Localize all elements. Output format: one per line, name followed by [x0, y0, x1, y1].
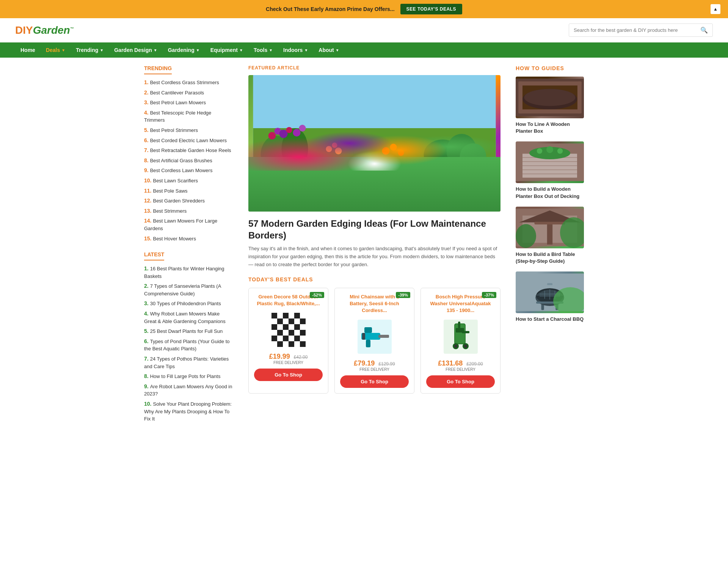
- svg-point-30: [414, 166, 419, 171]
- banner-cta-button[interactable]: SEE TODAY'S DEALS: [400, 4, 462, 14]
- shop-button[interactable]: Go To Shop: [340, 375, 409, 388]
- list-item[interactable]: 5.Best Petrol Strimmers: [144, 127, 233, 134]
- list-item[interactable]: 8.Best Artificial Grass Brushes: [144, 157, 233, 165]
- trending-link[interactable]: Best Cantilever Parasols: [150, 90, 204, 96]
- trending-link[interactable]: Best Telescopic Pole Hedge Trimmers: [144, 110, 211, 123]
- how-to-item-text: How to Build a Bird Table (Step-by-Step …: [516, 251, 584, 265]
- latest-link[interactable]: Are Robot Lawn Mowers Any Good in 2023?: [144, 384, 232, 397]
- trending-link[interactable]: Best Corded Electric Lawn Mowers: [150, 138, 227, 143]
- trending-link[interactable]: Best Artificial Grass Brushes: [150, 158, 212, 163]
- how-to-item[interactable]: How to Build a Bird Table (Step-by-Step …: [516, 207, 584, 265]
- how-to-image: [516, 271, 584, 313]
- nav-item-equipment[interactable]: Equipment ▼: [205, 42, 248, 58]
- nav-item-about[interactable]: About ▼: [313, 42, 344, 58]
- list-item[interactable]: 3.Best Petrol Lawn Mowers: [144, 99, 233, 107]
- deal-price-row: £79.19 £129.99: [340, 359, 409, 367]
- nav-item-deals[interactable]: Deals ▼: [41, 42, 71, 58]
- list-item[interactable]: 1.16 Best Plants for Winter Hanging Bask…: [144, 265, 233, 280]
- list-item[interactable]: 6.Types of Pond Plants (Your Guide to th…: [144, 338, 233, 353]
- list-item[interactable]: 13.Best Strimmers: [144, 207, 233, 215]
- svg-rect-2: [253, 166, 496, 212]
- list-item[interactable]: 15.Best Hover Mowers: [144, 235, 233, 243]
- svg-point-17: [398, 150, 404, 156]
- svg-point-38: [460, 143, 486, 170]
- trending-link[interactable]: Best Lawn Scarifiers: [153, 178, 198, 184]
- list-item[interactable]: 3.30 Types of Philodendron Plants: [144, 300, 233, 307]
- latest-link[interactable]: Solve Your Plant Drooping Problem: Why A…: [144, 401, 232, 422]
- latest-list: 1.16 Best Plants for Winter Hanging Bask…: [144, 265, 233, 423]
- svg-point-9: [286, 127, 292, 133]
- list-item[interactable]: 5.25 Best Dwarf Plants for Full Sun: [144, 328, 233, 335]
- list-item[interactable]: 7.24 Types of Pothos Plants: Varieties a…: [144, 355, 233, 370]
- latest-link[interactable]: Why Robot Lawn Mowers Make Great & Able …: [144, 311, 226, 324]
- trending-link[interactable]: Best Lawn Mowers For Large Gardens: [144, 218, 217, 231]
- svg-point-36: [424, 140, 462, 170]
- trending-link[interactable]: Best Strimmers: [153, 208, 187, 214]
- trending-link[interactable]: Best Hover Mowers: [153, 236, 196, 242]
- search-input[interactable]: [574, 27, 697, 33]
- shop-button[interactable]: Go To Shop: [254, 369, 323, 381]
- how-to-item[interactable]: How to Start a Charcoal BBQ: [516, 271, 584, 323]
- list-item[interactable]: 7.Best Retractable Garden Hose Reels: [144, 147, 233, 154]
- deal-old-price: £209.00: [466, 361, 483, 367]
- list-item[interactable]: 8.How to Fill Large Pots for Plants: [144, 373, 233, 380]
- trending-link[interactable]: Best Petrol Strimmers: [150, 127, 198, 133]
- list-item[interactable]: 12.Best Garden Shredders: [144, 197, 233, 205]
- chevron-down-icon: ▼: [336, 48, 339, 52]
- latest-link[interactable]: 24 Types of Pothos Plants: Varieties and…: [144, 356, 229, 369]
- nav-item-home[interactable]: Home: [15, 42, 41, 58]
- how-to-item[interactable]: How To Line A Wooden Planter Box: [516, 77, 584, 135]
- trending-link[interactable]: Best Retractable Garden Hose Reels: [150, 147, 231, 153]
- svg-point-119: [516, 224, 536, 248]
- svg-point-12: [326, 146, 332, 152]
- latest-link[interactable]: 25 Best Dwarf Plants for Full Sun: [150, 328, 223, 334]
- latest-link[interactable]: How to Fill Large Pots for Plants: [150, 373, 221, 379]
- logo[interactable]: DIYGarden™: [15, 25, 74, 36]
- trending-link[interactable]: Best Pole Saws: [153, 188, 187, 194]
- list-item[interactable]: 11.Best Pole Saws: [144, 187, 233, 195]
- svg-point-88: [454, 345, 457, 348]
- svg-rect-57: [300, 324, 306, 330]
- featured-image[interactable]: [248, 75, 500, 212]
- trending-link[interactable]: Best Cordless Grass Strimmers: [150, 80, 219, 85]
- nav-item-tools[interactable]: Tools ▼: [248, 42, 278, 58]
- svg-rect-67: [289, 336, 294, 341]
- latest-link[interactable]: 16 Best Plants for Winter Hanging Basket…: [144, 266, 224, 279]
- list-item[interactable]: 1.Best Cordless Grass Strimmers: [144, 79, 233, 86]
- search-bar[interactable]: 🔍: [569, 24, 713, 37]
- deal-badge: -52%: [310, 292, 324, 298]
- search-icon[interactable]: 🔍: [700, 27, 708, 34]
- latest-link[interactable]: 30 Types of Philodendron Plants: [150, 301, 221, 306]
- list-item[interactable]: 10.Best Lawn Scarifiers: [144, 177, 233, 185]
- nav-item-indoors[interactable]: Indoors ▼: [278, 42, 313, 58]
- deal-badge: -39%: [396, 292, 410, 298]
- main-layout: TRENDING 1.Best Cordless Grass Strimmers…: [136, 58, 592, 439]
- list-item[interactable]: 2.Best Cantilever Parasols: [144, 89, 233, 97]
- scroll-up-button[interactable]: ▲: [711, 4, 720, 14]
- list-item[interactable]: 2.7 Types of Sansevieria Plants (A Compr…: [144, 282, 233, 297]
- list-item[interactable]: 6.Best Corded Electric Lawn Mowers: [144, 137, 233, 144]
- svg-point-37: [447, 134, 477, 168]
- list-item[interactable]: 10.Solve Your Plant Drooping Problem: Wh…: [144, 400, 233, 423]
- list-item[interactable]: 14.Best Lawn Mowers For Large Gardens: [144, 217, 233, 232]
- svg-rect-72: [283, 341, 289, 347]
- shop-button[interactable]: Go To Shop: [426, 375, 495, 388]
- trending-link[interactable]: Best Petrol Lawn Mowers: [150, 100, 206, 105]
- list-item[interactable]: 9.Are Robot Lawn Mowers Any Good in 2023…: [144, 383, 233, 398]
- svg-rect-107: [522, 174, 577, 178]
- nav-item-garden-design[interactable]: Garden Design ▼: [109, 42, 163, 58]
- how-to-image: [516, 207, 584, 248]
- svg-point-14: [335, 147, 342, 154]
- latest-link[interactable]: 7 Types of Sansevieria Plants (A Compreh…: [144, 283, 221, 296]
- nav-item-trending[interactable]: Trending ▼: [71, 42, 109, 58]
- trending-link[interactable]: Best Cordless Lawn Mowers: [150, 168, 213, 173]
- list-item[interactable]: 4.Best Telescopic Pole Hedge Trimmers: [144, 109, 233, 124]
- trending-link[interactable]: Best Garden Shredders: [153, 198, 205, 204]
- list-item[interactable]: 9.Best Cordless Lawn Mowers: [144, 167, 233, 174]
- latest-link[interactable]: Types of Pond Plants (Your Guide to the …: [144, 339, 230, 352]
- nav-item-gardening[interactable]: Gardening ▼: [163, 42, 205, 58]
- svg-rect-50: [294, 318, 300, 324]
- svg-rect-48: [283, 318, 289, 324]
- how-to-item[interactable]: How to Build a Wooden Planter Box Out of…: [516, 141, 584, 199]
- list-item[interactable]: 4.Why Robot Lawn Mowers Make Great & Abl…: [144, 310, 233, 325]
